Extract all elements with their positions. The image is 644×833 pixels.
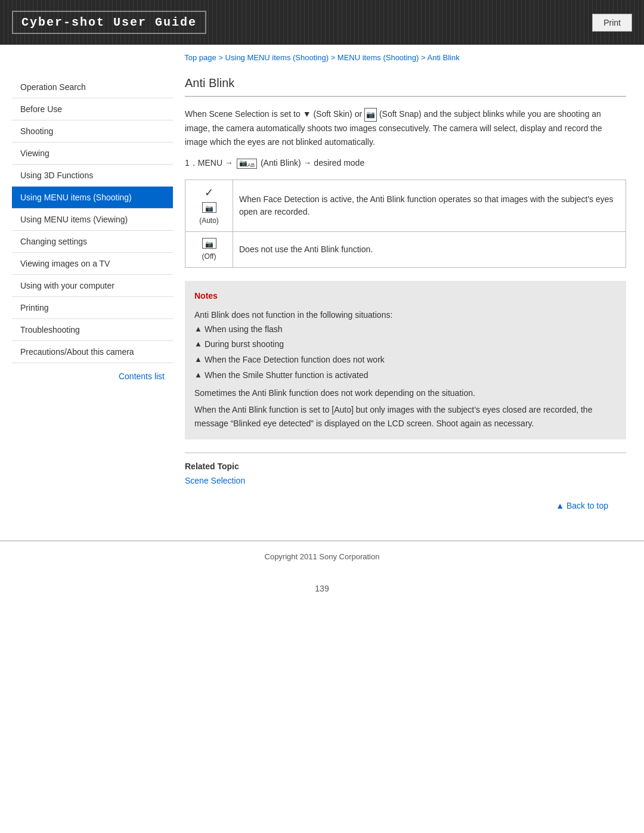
warning-icon-2: ▲ (194, 337, 202, 351)
sidebar: Operation Search Before Use Shooting Vie… (0, 70, 173, 528)
checkmark-icon: ✓ (205, 187, 213, 199)
warning-icon-3: ▲ (194, 353, 202, 366)
warning-icon-1: ▲ (194, 323, 202, 336)
notes-extra-2: When the Anti Blink function is set to [… (194, 403, 617, 432)
notes-extra-1: Sometimes the Anti Blink function does n… (194, 386, 617, 401)
copyright-text: Copyright 2011 Sony Corporation (265, 552, 380, 561)
sidebar-item-printing[interactable]: Printing (12, 297, 173, 319)
print-button[interactable]: Print (592, 14, 632, 32)
breadcrumb-anti-blink[interactable]: Anti Blink (428, 53, 460, 62)
sidebar-item-using-menu-viewing[interactable]: Using MENU items (Viewing) (12, 209, 173, 231)
main-layout: Operation Search Before Use Shooting Vie… (0, 70, 644, 540)
sidebar-item-troubleshooting[interactable]: Troubleshooting (12, 319, 173, 341)
breadcrumb-using-menu-shooting[interactable]: Using MENU items (Shooting) (225, 53, 329, 62)
breadcrumb-top-page[interactable]: Top page (184, 53, 216, 62)
page-header: Cyber-shot User Guide Print (0, 0, 644, 45)
menu-instruction: 1．MENU → 📷AB (Anti Blink) → desired mode (185, 158, 626, 169)
table-row: 📷 (Off) Does not use the Anti Blink func… (185, 231, 626, 267)
sidebar-item-using-menu-shooting[interactable]: Using MENU items (Shooting) (12, 187, 173, 209)
sidebar-item-before-use[interactable]: Before Use (12, 98, 173, 120)
contents-list-link[interactable]: Contents list (12, 363, 173, 383)
table-cell-desc-auto: When Face Detection is active, the Anti … (233, 179, 626, 231)
breadcrumb: Top page > Using MENU items (Shooting) >… (0, 45, 644, 70)
sidebar-item-shooting[interactable]: Shooting (12, 120, 173, 143)
notes-item-4: ▲ When the Smile Shutter function is act… (194, 368, 617, 383)
sidebar-item-viewing-images-tv[interactable]: Viewing images on a TV (12, 253, 173, 275)
app-title: Cyber-shot User Guide (12, 11, 206, 34)
notes-item-2: ▲ During burst shooting (194, 337, 617, 352)
intro-text: When Scene Selection is set to ▼ (Soft S… (185, 107, 626, 148)
breadcrumb-menu-items-shooting[interactable]: MENU items (Shooting) (338, 53, 419, 62)
sidebar-item-using-3d-functions[interactable]: Using 3D Functions (12, 165, 173, 187)
notes-box: Notes Anti Blink does not function in th… (185, 281, 626, 439)
sidebar-item-changing-settings[interactable]: Changing settings (12, 231, 173, 253)
back-to-top-row: ▲ Back to top (185, 495, 626, 516)
sidebar-item-precautions[interactable]: Precautions/About this camera (12, 341, 173, 363)
scene-selection-link[interactable]: Scene Selection (185, 476, 245, 485)
notes-item-3: ▲ When the Face Detection function does … (194, 353, 617, 367)
sidebar-item-operation-search[interactable]: Operation Search (12, 76, 173, 98)
notes-intro: Anti Blink does not function in the foll… (194, 308, 617, 323)
table-cell-icon-auto: ✓ 📷 (Auto) (185, 179, 233, 231)
back-to-top-link[interactable]: ▲ Back to top (556, 501, 608, 510)
notes-title: Notes (194, 289, 617, 304)
page-number: 139 (0, 572, 644, 605)
related-topic-section: Related Topic Scene Selection (185, 453, 626, 485)
notes-item-1: ▲ When using the flash (194, 323, 617, 337)
table-row: ✓ 📷 (Auto) When Face Detection is active… (185, 179, 626, 231)
footer: Copyright 2011 Sony Corporation (0, 541, 644, 572)
related-topic-title: Related Topic (185, 462, 626, 471)
function-table: ✓ 📷 (Auto) When Face Detection is active… (185, 179, 626, 268)
warning-icon-4: ▲ (194, 368, 202, 382)
back-to-top-label: Back to top (566, 501, 608, 510)
table-cell-desc-off: Does not use the Anti Blink function. (233, 231, 626, 267)
sidebar-item-using-with-computer[interactable]: Using with your computer (12, 275, 173, 297)
sidebar-item-viewing[interactable]: Viewing (12, 143, 173, 165)
table-cell-icon-off: 📷 (Off) (185, 231, 233, 267)
main-content: Anti Blink When Scene Selection is set t… (173, 70, 644, 528)
page-title: Anti Blink (185, 76, 626, 97)
back-to-top-arrow-icon: ▲ (556, 501, 564, 510)
